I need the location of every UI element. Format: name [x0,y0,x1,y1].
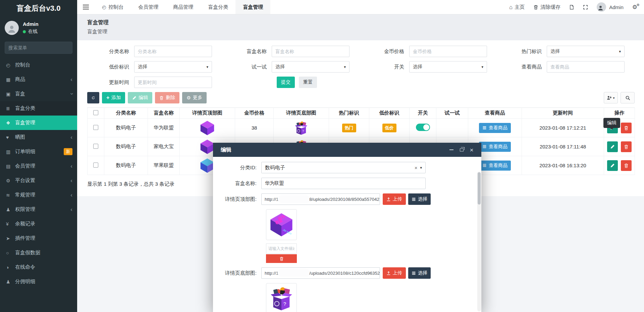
sidebar-item-box-manage[interactable]: 盲盒管理 [0,116,77,130]
box-name-input[interactable] [272,46,350,57]
row-checkbox[interactable] [93,144,98,149]
sidebar-item-fake-data[interactable]: 盲盒假数据 [0,246,77,260]
clear-icon[interactable] [415,165,418,171]
user-panel: Admin 在线 [0,17,77,40]
upload-button[interactable]: 上传 [383,267,406,279]
sidebar-search-input[interactable] [8,45,69,50]
topbar-username: Admin [609,4,624,10]
view-goods-button[interactable]: 查看商品 [479,123,511,133]
yen-icon [6,221,15,227]
switch-toggle[interactable] [416,124,430,131]
top-image-thumbnail: 华为 联盟 JW BOX [266,209,297,240]
remove-image-button[interactable] [266,254,297,263]
clear-cache-button[interactable]: 清除缓存 [533,4,560,10]
sidebar-item-dashboard[interactable]: 控制台 [0,58,77,72]
pencil-icon [132,96,137,100]
table-toolbar: 添加 编辑 删除 更多 [77,88,644,103]
row-edit-button[interactable] [607,141,618,152]
fullscreen-button[interactable] [583,5,588,10]
close-icon[interactable] [467,145,477,154]
view-goods-button[interactable]: 查看商品 [479,142,511,152]
home-button[interactable]: 主页 [509,4,525,10]
col-header: 开关 [410,108,436,119]
tab-goods[interactable]: 商品管理 [166,0,201,14]
delete-button[interactable]: 删除 [155,92,179,103]
choose-button[interactable]: 选择 [408,267,431,279]
view-goods-button[interactable]: 查看商品 [479,161,511,171]
top-image-url-input[interactable]: http://18/uploads/20230108/8500a55704274… [261,193,380,205]
app-logo: 盲盒后台v3.0 [0,0,77,17]
upload-button[interactable]: 上传 [383,193,406,205]
add-button[interactable]: 添加 [102,92,125,103]
sidebar-item-members[interactable]: 会员管理‹ [0,159,77,173]
user-menu[interactable]: Admin [597,2,624,12]
update-time-input[interactable] [134,77,212,88]
category-id-select[interactable]: 数码电子 [261,162,426,173]
list-icon [482,163,487,168]
coin-price-input[interactable] [409,46,487,57]
settings-button[interactable] [632,4,637,11]
sidebar-item-permissions[interactable]: 权限管理‹ [0,202,77,217]
sidebar-item-balance[interactable]: 余额记录 [0,217,77,231]
sidebar-item-online-command[interactable]: 在线命令 [0,260,77,274]
category-name-input[interactable] [134,46,212,57]
document-button[interactable] [569,5,574,10]
tab-members[interactable]: 会员管理 [131,0,166,14]
sidebar-search[interactable] [5,42,72,54]
row-delete-button[interactable] [621,141,632,152]
cluster-icon [6,120,15,126]
sidebar-item-box-category[interactable]: 盲盒分类 [0,101,77,116]
row-checkbox[interactable] [93,125,98,130]
submit-button[interactable]: 提交 [277,77,295,88]
dashboard-icon [6,62,15,68]
users-icon [6,279,15,284]
file-description-input[interactable] [266,243,297,254]
sidebar-item-goods[interactable]: 商品‹ [0,72,77,87]
minimize-button[interactable] [446,145,457,154]
select-all-checkbox[interactable] [93,110,98,115]
sidebar-item-plugins[interactable]: 插件管理 [0,231,77,246]
hamburger-menu-button[interactable] [77,0,95,14]
switch-select[interactable]: 选择 [409,61,487,73]
sidebar-item-general-manage[interactable]: 常规管理‹ [0,188,77,202]
filter-label-hot: 热门标识 [493,48,547,55]
reset-button[interactable]: 重置 [299,77,317,88]
filter-label-time: 更新时间 [80,79,134,86]
tab-dashboard[interactable]: 控制台 [95,0,131,14]
row-delete-button[interactable] [621,123,632,133]
modal-scrollbar[interactable] [477,172,481,311]
modal-label-category: 分类ID: [221,165,261,171]
row-delete-button[interactable] [621,160,632,171]
sidebar-item-commission[interactable]: 分佣明细 [0,274,77,289]
view-goods-input[interactable] [547,61,625,73]
sidebar-item-orders[interactable]: 订单明细新 [0,144,77,159]
try-select[interactable]: 选择 [272,61,350,73]
col-header: 金币价格 [235,108,274,119]
scrollbar-thumb[interactable] [478,172,481,205]
refresh-button[interactable] [87,92,99,103]
export-button[interactable] [604,92,618,103]
edit-button[interactable]: 编辑 [128,92,152,103]
tab-box-manage[interactable]: 盲盒管理 [235,0,270,14]
home-icon [509,4,513,10]
tab-box-category[interactable]: 盲盒分类 [201,0,235,14]
trash-icon [624,126,629,130]
row-edit-button[interactable] [607,160,618,171]
modal-box-name-input[interactable] [261,178,426,189]
hot-flag-select[interactable]: 选择 [547,46,625,57]
sidebar-item-platform-settings[interactable]: 平台设置‹ [0,173,77,188]
more-button[interactable]: 更多 [182,92,207,103]
goods-icon [6,77,15,82]
maximize-button[interactable] [457,145,467,154]
upload-icon [386,197,391,202]
modal-titlebar[interactable]: 编辑 [213,143,481,157]
sidebar-item-blindbox[interactable]: 盲盒‹ [0,87,77,101]
filter-form: 分类名称 盲盒名称 金币价格 热门标识选择 低价标识选择 试一试选择 开关选择 … [77,40,644,88]
sidebar-item-photos[interactable]: 晒图‹ [0,130,77,144]
search-toggle-button[interactable] [621,92,635,103]
edit-modal: 编辑 分类ID: 数码电子 盲盒名称: 详情页顶部图: http://18/up… [213,143,481,312]
low-price-flag-select[interactable]: 选择 [134,61,212,73]
bottom-image-url-input[interactable]: http://1/uploads/20230108/c120ccfd96352c… [261,267,380,279]
choose-button[interactable]: 选择 [408,193,431,205]
row-checkbox[interactable] [93,163,98,168]
